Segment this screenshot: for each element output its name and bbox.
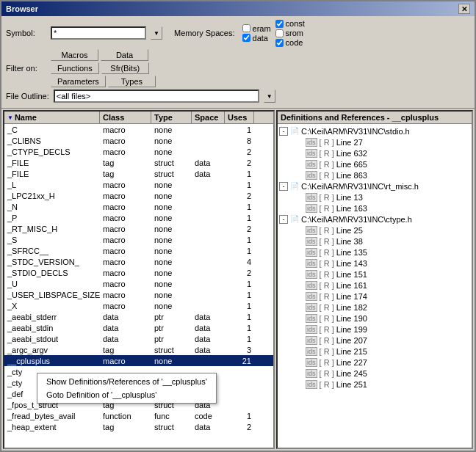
tree-ref-node[interactable]: ids[ R ]Line 227 <box>279 357 470 368</box>
tree-ref-node[interactable]: ids[ R ]Line 13 <box>279 192 470 203</box>
data-checkbox[interactable] <box>242 34 250 42</box>
table-header: ▼ Name Class Type Space Uses <box>4 112 273 124</box>
symbol-input[interactable] <box>51 26 146 40</box>
functions-button[interactable]: Functions <box>51 62 99 74</box>
cell-type: struct <box>151 158 192 167</box>
ref-tag: [ R ] <box>320 369 334 378</box>
const-checkbox[interactable] <box>275 20 284 28</box>
tree-expand-icon[interactable]: - <box>279 182 288 191</box>
table-row[interactable]: _CTYPE_DECLSmacronone2 <box>4 146 273 157</box>
cell-class: macro <box>100 236 151 244</box>
cell-uses: 1 <box>225 203 254 211</box>
tree-ref-node[interactable]: ids[ R ]Line 182 <box>279 302 470 313</box>
tree-ref-node[interactable]: ids[ R ]Line 135 <box>279 247 470 258</box>
tree-ref-node[interactable]: ids[ R ]Line 632 <box>279 147 470 158</box>
eram-label: eram <box>253 24 271 33</box>
table-row[interactable]: _heap_extenttagstructdata2 <box>4 421 273 432</box>
tree-expand-icon[interactable]: - <box>279 215 288 224</box>
definitions-header: Definitions and References - __cplusplus <box>278 112 472 124</box>
tree-ref-node[interactable]: ids[ R ]Line 163 <box>279 203 470 214</box>
file-outline-dropdown-btn[interactable]: ▼ <box>264 90 275 103</box>
table-row[interactable]: _FILEtagstructdata1 <box>4 168 273 179</box>
close-button[interactable]: ✕ <box>458 4 470 14</box>
ref-line-label: Line 199 <box>336 325 367 334</box>
tree-ref-node[interactable]: ids[ R ]Line 199 <box>279 324 470 335</box>
macros-button[interactable]: Macros <box>51 49 98 61</box>
tree-ref-node[interactable]: ids[ R ]Line 27 <box>279 136 470 147</box>
code-checkbox[interactable] <box>275 39 284 47</box>
cell-class: macro <box>100 269 151 277</box>
ref-icon: ids <box>306 380 317 389</box>
table-row[interactable]: _STDIO_DECLSmacronone2 <box>4 267 273 278</box>
eram-checkbox[interactable] <box>242 24 250 32</box>
table-row[interactable]: _aeabi_stdoutdataptrdata1 <box>4 333 273 344</box>
symbol-dropdown-btn[interactable]: ▼ <box>151 26 162 40</box>
srom-checkbox-row: srom <box>275 29 305 37</box>
ref-tag: [ R ] <box>320 149 334 158</box>
ref-line-label: Line 151 <box>336 270 367 279</box>
table-row[interactable]: __cplusplusmacronone21 <box>4 355 273 366</box>
tree-ref-node[interactable]: ids[ R ]Line 174 <box>279 291 470 302</box>
tree-file-node[interactable]: -📄C:\Keil\ARM\RV31\INC\stdio.h <box>279 125 470 136</box>
tree-ref-node[interactable]: ids[ R ]Line 251 <box>279 379 470 390</box>
table-row[interactable]: _STDC_VERSION_macronone4 <box>4 256 273 267</box>
table-row[interactable]: _aeabi_stderrdataptrdata1 <box>4 311 273 322</box>
cell-name: _RT_MISC_H <box>4 225 100 233</box>
tree-ref-node[interactable]: ids[ R ]Line 665 <box>279 158 470 170</box>
srom-checkbox[interactable] <box>275 29 284 37</box>
col-header-name[interactable]: ▼ Name <box>4 112 100 123</box>
table-row[interactable]: _Xmacronone1 <box>4 300 273 311</box>
cell-uses: 1 <box>225 412 254 420</box>
types-button[interactable]: Types <box>108 76 156 87</box>
table-row[interactable]: _Nmacronone1 <box>4 201 273 212</box>
tree-ref-node[interactable]: ids[ R ]Line 143 <box>279 258 470 269</box>
cell-class: macro <box>100 203 151 211</box>
tree-file-node[interactable]: -📄C:\Keil\ARM\RV31\INC\ctype.h <box>279 214 470 225</box>
tree-ref-node[interactable]: ids[ R ]Line 863 <box>279 170 470 181</box>
tree-ref-node[interactable]: ids[ R ]Line 25 <box>279 225 470 236</box>
ref-tag: [ R ] <box>320 193 334 202</box>
cell-name: _U <box>4 280 100 288</box>
table-row[interactable]: _RT_MISC_Hmacronone2 <box>4 223 273 234</box>
table-row[interactable]: _Smacronone1 <box>4 234 273 245</box>
tree-ref-node[interactable]: ids[ R ]Line 207 <box>279 335 470 346</box>
table-row[interactable]: _aeabi_stdindataptrdata1 <box>4 322 273 333</box>
tree-ref-node[interactable]: ids[ R ]Line 190 <box>279 313 470 324</box>
cell-space: data <box>192 346 225 354</box>
cell-class: macro <box>100 302 151 310</box>
col-uses-label: Uses <box>228 113 247 122</box>
col-header-space[interactable]: Space <box>192 112 225 123</box>
parameters-button[interactable]: Parameters <box>51 76 106 87</box>
table-row[interactable]: _FILEtagstructdata2 <box>4 157 273 168</box>
table-row[interactable]: _SFRCC__macronone1 <box>4 245 273 256</box>
table-row[interactable]: _Pmacronone1 <box>4 212 273 223</box>
cell-class: data <box>100 313 151 321</box>
table-row[interactable]: _CLIBNSmacronone8 <box>4 135 273 146</box>
table-row[interactable]: _Lmacronone1 <box>4 179 273 190</box>
context-menu-item-goto[interactable]: Goto Definition of '__cplusplus' <box>37 388 216 401</box>
col-header-uses[interactable]: Uses <box>225 112 254 123</box>
tree-ref-node[interactable]: ids[ R ]Line 215 <box>279 346 470 357</box>
tree-ref-node[interactable]: ids[ R ]Line 161 <box>279 280 470 291</box>
tree-expand-icon[interactable]: - <box>279 127 288 136</box>
tree-ref-node[interactable]: ids[ R ]Line 151 <box>279 269 470 280</box>
ref-line-label: Line 215 <box>336 347 367 356</box>
table-row[interactable]: _USER_LIBSPACE_SIZEmacronone1 <box>4 289 273 300</box>
context-menu-item-show[interactable]: Show Definitions/References of '__cplusp… <box>37 375 216 388</box>
sfr-bits-button[interactable]: Sfr(Bits) <box>101 62 149 74</box>
table-row[interactable]: _Umacronone1 <box>4 278 273 289</box>
tree-file-node[interactable]: -📄C:\Keil\ARM\RV31\INC\rt_misc.h <box>279 181 470 192</box>
file-outline-input[interactable] <box>54 90 259 103</box>
data-button[interactable]: Data <box>101 49 148 61</box>
tree-ref-node[interactable]: ids[ R ]Line 245 <box>279 368 470 379</box>
ref-line-label: Line 251 <box>336 380 367 389</box>
col-header-class[interactable]: Class <box>100 112 151 123</box>
table-row[interactable]: _fread_bytes_availfunctionfunccode1 <box>4 410 273 421</box>
col-header-type[interactable]: Type <box>151 112 192 123</box>
table-row[interactable]: _Cmacronone1 <box>4 124 273 135</box>
table-row[interactable]: _LPC21xx_Hmacronone2 <box>4 190 273 201</box>
tree-body[interactable]: -📄C:\Keil\ARM\RV31\INC\stdio.hids[ R ]Li… <box>278 124 472 448</box>
tree-ref-node[interactable]: ids[ R ]Line 38 <box>279 236 470 247</box>
ref-tag: [ R ] <box>320 281 334 290</box>
table-row[interactable]: _argc_argvtagstructdata3 <box>4 344 273 355</box>
